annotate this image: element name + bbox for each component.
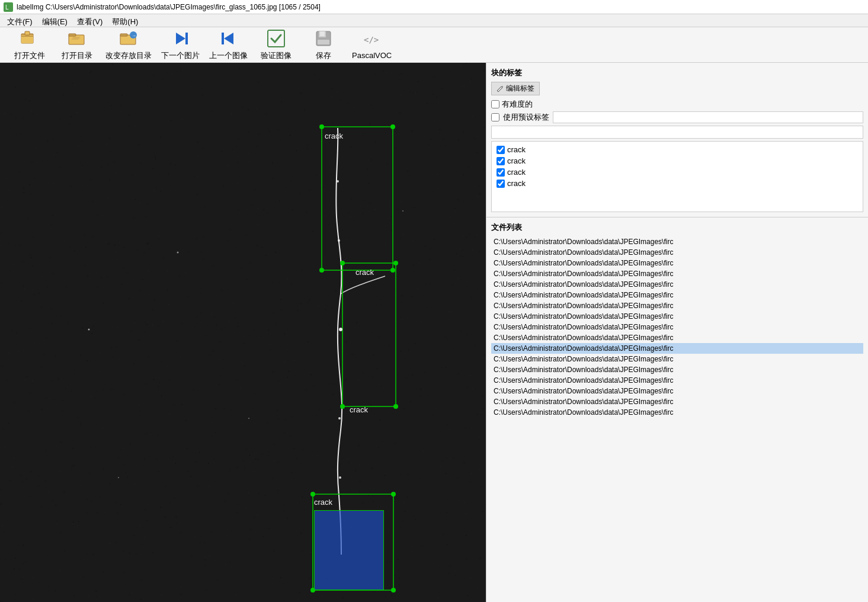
label-item-0[interactable]: crack bbox=[494, 144, 860, 155]
svg-rect-12 bbox=[185, 33, 188, 44]
label-checkbox-1[interactable] bbox=[497, 157, 505, 165]
menubar: 文件(F) 编辑(E) 查看(V) 帮助(H) bbox=[0, 14, 868, 27]
labels-section-title: 块的标签 bbox=[491, 68, 863, 78]
right-panel: 块的标签 编辑标签 有难度的 使用预设标签 crack bbox=[486, 63, 868, 602]
blue-selection-box bbox=[314, 510, 384, 590]
svg-rect-19 bbox=[318, 40, 329, 44]
label-checkbox-3[interactable] bbox=[497, 180, 505, 188]
svg-rect-14 bbox=[222, 33, 224, 44]
svg-text:→: → bbox=[132, 33, 136, 39]
label-search-input[interactable] bbox=[491, 126, 863, 139]
file-item-4[interactable]: C:\Users\Administrator\Downloads\data\JP… bbox=[491, 279, 863, 290]
open-dir-label: 打开目录 bbox=[62, 50, 92, 61]
difficulty-checkbox[interactable] bbox=[491, 100, 499, 108]
labels-section: 块的标签 编辑标签 有难度的 使用预设标签 crack bbox=[486, 63, 868, 217]
difficulty-label: 有难度的 bbox=[502, 99, 533, 110]
file-item-3[interactable]: C:\Users\Administrator\Downloads\data\JP… bbox=[491, 268, 863, 279]
open-file-icon bbox=[20, 29, 39, 48]
svg-rect-8 bbox=[120, 34, 127, 36]
change-dir-button[interactable]: → 改变存放目录 bbox=[101, 27, 156, 63]
verify-image-button[interactable]: 验证图像 bbox=[252, 27, 300, 63]
svg-text:L: L bbox=[5, 4, 9, 11]
prev-image-label: 上一个图像 bbox=[209, 50, 248, 61]
file-item-12[interactable]: C:\Users\Administrator\Downloads\data\JP… bbox=[491, 364, 863, 375]
label-text-3: crack bbox=[507, 179, 526, 188]
save-icon bbox=[314, 29, 333, 48]
svg-rect-6 bbox=[69, 34, 76, 36]
label-text-0: crack bbox=[507, 145, 526, 154]
image-canvas bbox=[0, 63, 486, 602]
prev-image-icon bbox=[219, 29, 238, 48]
next-image-button[interactable]: 下一个图片 bbox=[156, 27, 204, 63]
pascal-icon: </> bbox=[363, 30, 382, 49]
svg-marker-13 bbox=[224, 33, 233, 44]
edit-tags-btn[interactable]: 编辑标签 bbox=[491, 82, 540, 95]
svg-rect-4 bbox=[25, 31, 30, 35]
file-item-14[interactable]: C:\Users\Administrator\Downloads\data\JP… bbox=[491, 386, 863, 396]
file-item-11[interactable]: C:\Users\Administrator\Downloads\data\JP… bbox=[491, 354, 863, 364]
file-item-6[interactable]: C:\Users\Administrator\Downloads\data\JP… bbox=[491, 300, 863, 311]
app-icon: L bbox=[4, 2, 13, 12]
svg-marker-11 bbox=[176, 33, 185, 44]
use-preset-row: 使用预设标签 bbox=[491, 111, 863, 123]
open-file-button[interactable]: 打开文件 bbox=[6, 27, 53, 63]
difficulty-checkbox-row: 有难度的 bbox=[491, 99, 863, 110]
menu-view[interactable]: 查看(V) bbox=[72, 15, 107, 25]
label-item-3[interactable]: crack bbox=[494, 178, 860, 189]
file-item-0[interactable]: C:\Users\Administrator\Downloads\data\JP… bbox=[491, 236, 863, 247]
svg-text:</>: </> bbox=[364, 35, 379, 44]
file-item-1[interactable]: C:\Users\Administrator\Downloads\data\JP… bbox=[491, 247, 863, 258]
use-preset-label: 使用预设标签 bbox=[503, 112, 549, 123]
file-item-2[interactable]: C:\Users\Administrator\Downloads\data\JP… bbox=[491, 258, 863, 268]
next-image-label: 下一个图片 bbox=[161, 50, 200, 61]
file-item-7[interactable]: C:\Users\Administrator\Downloads\data\JP… bbox=[491, 311, 863, 322]
open-dir-icon bbox=[68, 29, 87, 48]
verify-image-label: 验证图像 bbox=[261, 50, 292, 61]
open-dir-button[interactable]: 打开目录 bbox=[53, 27, 101, 63]
label-text-2: crack bbox=[507, 168, 526, 177]
pascal-label: PascalVOC bbox=[352, 51, 392, 60]
file-item-13[interactable]: C:\Users\Administrator\Downloads\data\JP… bbox=[491, 375, 863, 386]
open-file-label: 打开文件 bbox=[14, 50, 45, 61]
label-text-1: crack bbox=[507, 156, 526, 165]
change-dir-icon: → bbox=[119, 29, 138, 48]
label-checkbox-0[interactable] bbox=[497, 146, 505, 154]
file-item-8[interactable]: C:\Users\Administrator\Downloads\data\JP… bbox=[491, 322, 863, 332]
file-list-title: 文件列表 bbox=[491, 222, 863, 233]
titlebar: L labelImg C:\Users\Administrator\Downlo… bbox=[0, 0, 868, 14]
menu-edit[interactable]: 编辑(E) bbox=[37, 15, 72, 25]
preset-input[interactable] bbox=[553, 111, 863, 123]
file-list-section: 文件列表 C:\Users\Administrator\Downloads\da… bbox=[486, 217, 868, 602]
canvas-area[interactable]: crack crack crack crack bbox=[0, 63, 486, 602]
save-button[interactable]: 保存 bbox=[300, 27, 347, 63]
menu-help[interactable]: 帮助(H) bbox=[107, 15, 143, 25]
file-item-15[interactable]: C:\Users\Administrator\Downloads\data\JP… bbox=[491, 396, 863, 407]
use-preset-checkbox[interactable] bbox=[491, 113, 499, 121]
file-item-16[interactable]: C:\Users\Administrator\Downloads\data\JP… bbox=[491, 407, 863, 418]
file-item-10[interactable]: C:\Users\Administrator\Downloads\data\JP… bbox=[491, 343, 863, 354]
label-checkbox-2[interactable] bbox=[497, 168, 505, 177]
next-image-icon bbox=[171, 29, 190, 48]
file-item-5[interactable]: C:\Users\Administrator\Downloads\data\JP… bbox=[491, 290, 863, 300]
menu-file[interactable]: 文件(F) bbox=[2, 15, 37, 25]
file-item-9[interactable]: C:\Users\Administrator\Downloads\data\JP… bbox=[491, 332, 863, 343]
label-list: crack crack crack crack bbox=[491, 141, 863, 212]
svg-rect-18 bbox=[320, 31, 325, 36]
label-item-2[interactable]: crack bbox=[494, 166, 860, 178]
pascal-voc-button[interactable]: </> PascalVOC bbox=[347, 27, 396, 62]
label-item-1[interactable]: crack bbox=[494, 155, 860, 166]
svg-rect-15 bbox=[268, 30, 284, 47]
save-label: 保存 bbox=[316, 50, 331, 61]
main-area: crack crack crack crack bbox=[0, 63, 868, 602]
toolbar: 打开文件 打开目录 → 改变存放目录 下一个图片 上一个图像 验证图像 保存 bbox=[0, 27, 868, 63]
verify-image-icon bbox=[267, 29, 286, 48]
change-dir-label: 改变存放目录 bbox=[105, 50, 152, 61]
title-text: labelImg C:\Users\Administrator\Download… bbox=[17, 3, 321, 11]
prev-image-button[interactable]: 上一个图像 bbox=[204, 27, 252, 63]
